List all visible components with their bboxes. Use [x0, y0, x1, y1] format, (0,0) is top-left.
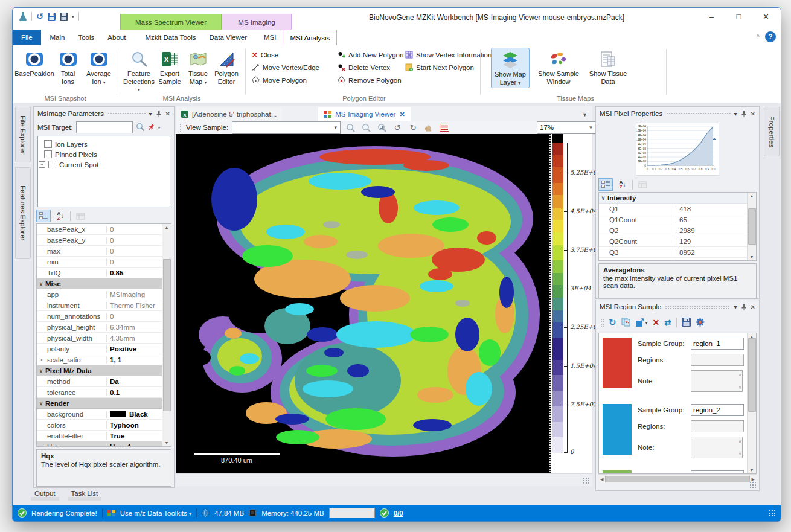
- property-row[interactable]: physical_width4.35mm: [37, 333, 162, 344]
- close-polygon-button[interactable]: ✕Close: [252, 48, 319, 61]
- tab-file[interactable]: File: [13, 30, 41, 45]
- expander-icon[interactable]: >: [37, 354, 45, 365]
- note-box[interactable]: ∧∨: [691, 437, 743, 458]
- fill-polygon-icon[interactable]: ▾: [635, 318, 648, 327]
- window-position-menu-button[interactable]: ▾: [734, 304, 737, 310]
- tab-list-dropdown-icon[interactable]: ▼: [582, 112, 588, 118]
- property-row[interactable]: methodDa: [37, 376, 162, 387]
- category-row[interactable]: ∨Misc: [37, 278, 162, 289]
- save-as-button[interactable]: [48, 13, 56, 21]
- show-tissue-data-button[interactable]: Show Tissue Data: [588, 48, 629, 88]
- zoom-out-icon[interactable]: [360, 122, 372, 133]
- zoom-level-combobox[interactable]: ▼: [537, 121, 596, 134]
- tissue-map-button[interactable]: Tissue Map ▾: [184, 48, 212, 95]
- tab-msi-analysis[interactable]: MSI Analysis: [283, 30, 337, 45]
- help-button[interactable]: ?: [765, 31, 776, 42]
- zoom-fit-icon[interactable]: [376, 122, 388, 133]
- horizontal-scrollbar[interactable]: ◀ ▶: [598, 474, 757, 483]
- remove-polygon-button[interactable]: Remove Polygon: [338, 74, 403, 86]
- tab-main[interactable]: Main: [43, 30, 72, 45]
- minimize-button[interactable]: –: [698, 8, 725, 25]
- tab-mzkit-data-tools[interactable]: Mzkit Data Tools: [138, 30, 202, 45]
- property-row[interactable]: appMSImaging: [37, 289, 162, 300]
- resize-grip[interactable]: [583, 477, 590, 484]
- category-row[interactable]: ∨Pixel M/z Data: [37, 365, 162, 376]
- property-row[interactable]: min0: [37, 257, 162, 268]
- msi-image-canvas[interactable]: 870.40 um: [176, 134, 549, 473]
- show-sample-window-button[interactable]: Show Sample Window: [534, 48, 583, 88]
- window-position-menu-button[interactable]: ▾: [149, 111, 152, 117]
- close-tab-icon[interactable]: ✕: [399, 111, 405, 118]
- move-vertex-edge-button[interactable]: Move Vertex/Edge: [252, 61, 319, 74]
- statusbar-resize-grip[interactable]: [769, 510, 776, 517]
- scroll-thumb[interactable]: [748, 338, 756, 412]
- scroll-up-arrow[interactable]: ▲: [750, 194, 754, 198]
- intensity-row[interactable]: Q1418: [599, 204, 747, 214]
- sidebar-tab-properties[interactable]: Properties: [764, 107, 780, 156]
- tree-item-current-spot[interactable]: +Current Spot: [39, 159, 168, 170]
- scroll-down-arrow[interactable]: ▼: [750, 255, 754, 259]
- sync-icon[interactable]: ⇄: [664, 318, 671, 327]
- close-panel-button[interactable]: ✕: [751, 304, 755, 310]
- rotate-ccw-icon[interactable]: ↺: [391, 122, 403, 133]
- note-down-arrow[interactable]: ∨: [738, 385, 741, 389]
- rotate-cw-icon[interactable]: ↻: [407, 122, 419, 133]
- sample-group-input[interactable]: [691, 470, 744, 474]
- basepeakion-button[interactable]: BasePeakIon: [18, 48, 51, 87]
- scroll-up-arrow[interactable]: ▲: [165, 225, 169, 229]
- search-icon[interactable]: [136, 123, 144, 132]
- add-new-polygon-button[interactable]: Add New Polygon: [338, 48, 403, 61]
- property-row[interactable]: instrumentThermo Fisher: [37, 300, 162, 311]
- pan-hand-icon[interactable]: [423, 122, 435, 133]
- checkbox[interactable]: [44, 140, 52, 148]
- note-up-arrow[interactable]: ∧: [738, 439, 741, 443]
- zoom-value[interactable]: [537, 124, 586, 131]
- export-sample-button[interactable]: X Export Sample: [155, 48, 184, 95]
- view-sample-combobox[interactable]: ▼: [232, 121, 341, 134]
- contextual-tab-ms-imaging[interactable]: MS Imaging: [222, 14, 292, 31]
- vertical-scrollbar[interactable]: ▲ ▼: [162, 224, 171, 446]
- window-position-menu-button[interactable]: ▾: [734, 111, 737, 117]
- category-row[interactable]: ∨Intensity: [599, 193, 747, 204]
- scroll-thumb[interactable]: [605, 476, 749, 482]
- combo-value[interactable]: [232, 124, 331, 131]
- property-row-selected[interactable]: HqxHqx_4x: [37, 441, 162, 447]
- category-row[interactable]: ∨Render: [37, 398, 162, 409]
- delete-region-icon[interactable]: ✕: [653, 318, 660, 327]
- note-up-arrow[interactable]: ∧: [738, 373, 741, 377]
- scroll-left-arrow[interactable]: ◀: [600, 477, 603, 481]
- property-row[interactable]: backgroundBlack: [37, 409, 162, 420]
- scroll-thumb[interactable]: [748, 208, 756, 245]
- gear-icon[interactable]: [696, 318, 705, 328]
- note-box[interactable]: ∧∨: [691, 370, 743, 392]
- sample-group-input[interactable]: [691, 404, 744, 416]
- intensity-row[interactable]: Q38952: [599, 247, 747, 258]
- pin-target-icon[interactable]: [147, 123, 155, 132]
- tab-msi[interactable]: MSI: [257, 30, 283, 45]
- scroll-down-arrow[interactable]: ▼: [165, 441, 169, 445]
- note-down-arrow[interactable]: ∨: [738, 452, 741, 456]
- screenshot-icon[interactable]: [438, 122, 450, 133]
- pin-icon[interactable]: [156, 110, 162, 117]
- property-row[interactable]: tolerance0.1: [37, 387, 162, 398]
- scroll-down-arrow[interactable]: ▼: [750, 468, 754, 472]
- collapse-ribbon-button[interactable]: ^: [757, 33, 760, 40]
- close-panel-button[interactable]: ✕: [165, 111, 170, 117]
- document-tab-ms-imaging-viewer[interactable]: MS-Imaging Viewer ✕: [318, 107, 410, 121]
- checkbox[interactable]: [48, 161, 56, 168]
- vertical-scrollbar[interactable]: ▲ ▼: [747, 193, 756, 260]
- zoom-in-icon[interactable]: [344, 122, 356, 133]
- total-ions-button[interactable]: Total Ions: [54, 48, 82, 87]
- task-count-link[interactable]: 0/0: [394, 510, 403, 517]
- contextual-tab-mass-spectrum-viewer[interactable]: Mass Spectrum Viewer: [120, 14, 222, 31]
- expander-icon[interactable]: +: [39, 161, 45, 168]
- property-row[interactable]: TrIQ0.85: [37, 268, 162, 278]
- property-row[interactable]: num_annotations0: [37, 311, 162, 322]
- regions-box[interactable]: [691, 354, 744, 366]
- pin-icon[interactable]: [741, 110, 747, 117]
- categorized-view-icon[interactable]: [36, 210, 51, 222]
- show-vertex-information-button[interactable]: Show Vertex Information: [405, 48, 492, 61]
- tab-output[interactable]: Output: [31, 490, 59, 501]
- refresh-icon[interactable]: ↻: [609, 317, 616, 328]
- scroll-right-arrow[interactable]: ▶: [752, 477, 755, 481]
